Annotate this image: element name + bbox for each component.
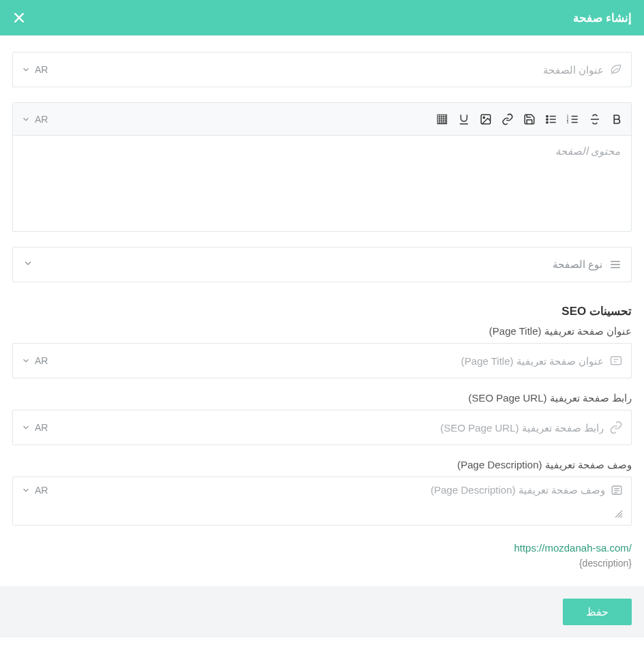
page-title-input[interactable] [48, 64, 604, 76]
unordered-list-button[interactable] [545, 113, 557, 125]
content-placeholder: محتوى الصفحة [24, 145, 620, 157]
seo-page-desc-label: وصف صفحة تعريفية (Page Description) [12, 459, 632, 471]
chevron-down-icon [21, 356, 31, 365]
svg-point-16 [483, 117, 484, 118]
seo-page-url-input[interactable] [48, 422, 604, 434]
seo-section-title: تحسينات SEO [12, 304, 632, 318]
seo-page-title-label: عنوان صفحة تعريفية (Page Title) [12, 325, 632, 337]
close-icon [12, 11, 26, 25]
svg-line-37 [621, 516, 622, 517]
page-type-select[interactable]: نوع الصفحة [12, 247, 632, 282]
ordered-list-button[interactable]: 123 [567, 113, 579, 125]
seo-page-url-label: رابط صفحة تعريفية (SEO Page URL) [12, 392, 632, 404]
modal-header: إنشاء صفحة [0, 0, 644, 35]
chevron-down-icon [21, 485, 31, 495]
description-icon [611, 484, 623, 496]
chevron-down-icon [21, 65, 31, 74]
language-selector[interactable]: AR [21, 422, 48, 433]
svg-point-14 [546, 121, 548, 123]
language-label: AR [35, 422, 48, 433]
modal-body: AR 123 AR محتوى الصفحة [0, 35, 644, 586]
svg-rect-18 [437, 115, 447, 124]
language-label: AR [35, 355, 48, 366]
language-selector[interactable]: AR [21, 64, 48, 75]
bold-button[interactable] [611, 113, 623, 125]
save-file-button[interactable] [523, 113, 536, 125]
seo-page-desc-field[interactable]: وصف صفحة تعريفية (Page Description) AR [12, 477, 632, 526]
seo-page-desc-placeholder: وصف صفحة تعريفية (Page Description) [430, 484, 605, 496]
editor-language-selector[interactable]: AR [21, 114, 48, 125]
close-button[interactable] [12, 11, 26, 25]
chevron-down-icon [21, 423, 31, 432]
language-label: AR [35, 114, 48, 125]
modal-title: إنشاء صفحة [573, 11, 632, 25]
underline-button[interactable] [458, 113, 470, 125]
strikethrough-button[interactable] [589, 113, 601, 125]
language-selector[interactable]: AR [21, 355, 48, 366]
chevron-down-icon [21, 115, 31, 124]
language-label: AR [35, 64, 48, 75]
content-editor: 123 AR محتوى الصفحة [12, 102, 632, 232]
link-button[interactable] [501, 113, 514, 125]
link-icon [609, 421, 623, 434]
image-button[interactable] [480, 113, 492, 125]
chevron-down-icon [23, 258, 33, 271]
page-title-field: AR [12, 52, 632, 87]
seo-page-title-input[interactable] [48, 355, 604, 367]
description-preview: {description} [12, 558, 632, 569]
color-button[interactable] [436, 113, 448, 125]
svg-point-13 [546, 118, 548, 119]
title-tag-icon [609, 354, 623, 367]
language-selector[interactable]: AR [21, 485, 48, 496]
leaf-icon [609, 63, 623, 76]
language-label: AR [35, 485, 48, 496]
page-type-placeholder: نوع الصفحة [553, 258, 602, 271]
url-preview: https://mozdanah-sa.com/ [12, 542, 632, 554]
list-icon [609, 258, 621, 271]
resize-handle[interactable] [21, 509, 623, 521]
svg-rect-30 [611, 357, 621, 365]
svg-point-12 [546, 115, 548, 117]
svg-text:3: 3 [567, 121, 569, 124]
content-textarea[interactable]: محتوى الصفحة [13, 136, 631, 231]
modal-footer: حفظ [0, 586, 644, 637]
editor-toolbar: 123 AR [13, 103, 631, 136]
save-button[interactable]: حفظ [563, 599, 632, 625]
